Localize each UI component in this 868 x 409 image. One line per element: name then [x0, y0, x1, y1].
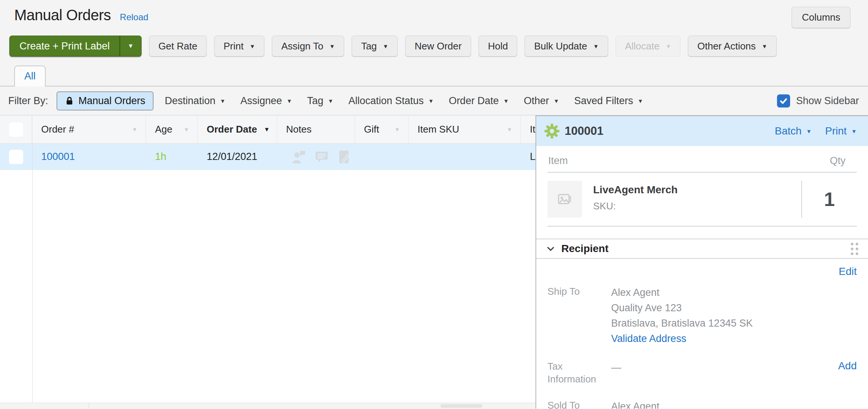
create-print-label-button[interactable]: Create + Print Label ▼: [9, 36, 142, 57]
scrollbar-thumb[interactable]: [440, 404, 482, 408]
gear-icon[interactable]: [544, 124, 559, 139]
frozen-column-divider: [32, 144, 33, 403]
scrollbar-divider: [89, 403, 89, 409]
caret-down-icon: ▼: [593, 43, 599, 49]
column-header-item-name[interactable]: Item Name: [521, 115, 535, 143]
item-qty-cell: 1: [801, 181, 857, 218]
tax-information-value: —: [611, 360, 621, 385]
internal-note-icon[interactable]: [337, 150, 351, 164]
caret-down-icon: ▼: [128, 43, 134, 49]
column-menu-icon[interactable]: ▼: [394, 126, 400, 133]
chevron-down-icon[interactable]: [546, 244, 555, 254]
other-actions-button[interactable]: Other Actions▼: [688, 36, 777, 57]
print-button[interactable]: Print▼: [214, 36, 264, 57]
new-order-button[interactable]: New Order: [405, 36, 471, 57]
caret-down-icon: ▼: [428, 98, 434, 104]
batch-menu[interactable]: Batch▼: [775, 125, 811, 137]
column-header-order-date[interactable]: Order Date▼: [198, 115, 277, 143]
caret-down-icon: ▼: [638, 98, 643, 104]
recipient-section-header[interactable]: Recipient: [536, 239, 868, 259]
column-menu-icon[interactable]: ▼: [183, 126, 189, 133]
cell-item-name: LiveAgent Merch: [521, 151, 535, 163]
qty-column-header: Qty: [830, 155, 846, 167]
caret-down-icon: ▼: [762, 43, 767, 49]
cell-age: 1h: [146, 151, 198, 163]
column-header-gift[interactable]: Gift▼: [355, 115, 409, 143]
drag-handle-icon[interactable]: [851, 243, 858, 255]
caret-down-icon: ▼: [330, 43, 335, 49]
caret-down-icon: ▼: [249, 43, 255, 49]
filter-tag[interactable]: Tag▼: [307, 95, 333, 107]
hold-button[interactable]: Hold: [479, 36, 517, 57]
bulk-update-button[interactable]: Bulk Update▼: [525, 36, 608, 57]
tab-all[interactable]: All: [14, 66, 46, 87]
column-header-age[interactable]: Age▼: [146, 115, 198, 143]
column-menu-icon[interactable]: ▼: [132, 126, 137, 133]
item-info: LiveAgent Merch SKU:: [593, 181, 678, 218]
assign-to-button[interactable]: Assign To▼: [272, 36, 344, 57]
caret-down-icon: ▼: [328, 98, 334, 104]
tag-button[interactable]: Tag▼: [352, 36, 398, 57]
orders-grid: Order #▼ Age▼ Order Date▼ Notes Gift▼ It…: [0, 115, 535, 409]
caret-down-icon: ▼: [286, 98, 292, 104]
edit-link[interactable]: Edit: [839, 266, 857, 277]
check-icon: [11, 124, 21, 135]
caret-down-icon: ▼: [665, 43, 671, 49]
order-number-link[interactable]: 100001: [41, 151, 75, 162]
add-link[interactable]: Add: [838, 360, 857, 372]
column-header-item-sku[interactable]: Item SKU▼: [409, 115, 521, 143]
sort-desc-icon[interactable]: ▼: [264, 126, 270, 133]
filter-allocation-status[interactable]: Allocation Status▼: [348, 95, 434, 107]
main-region: Order #▼ Age▼ Order Date▼ Notes Gift▼ It…: [0, 115, 868, 409]
row-checkbox[interactable]: [9, 150, 23, 164]
sidebar-order-number: 100001: [565, 124, 603, 138]
caret-down-icon: ▼: [503, 98, 509, 104]
locked-filter-manual-orders[interactable]: Manual Orders: [57, 91, 154, 110]
order-row-100001[interactable]: 100001 1h 12/01/2021 LiveAgent Merch: [0, 144, 535, 170]
item-qty-value: 1: [824, 188, 835, 210]
filter-assignee[interactable]: Assignee▼: [240, 95, 292, 107]
photo-icon: [556, 191, 573, 208]
sidebar-content: Item Qty LiveAgent Merch SKU: 1 Reci: [536, 155, 868, 409]
column-header-notes[interactable]: Notes: [277, 115, 355, 143]
select-all-cell: [0, 115, 32, 143]
validate-address-link[interactable]: Validate Address: [611, 331, 686, 346]
reload-link[interactable]: Reload: [120, 12, 148, 22]
tax-information-label: Tax Information: [547, 360, 611, 385]
caret-down-icon: ▼: [220, 98, 225, 104]
check-icon: [11, 152, 21, 162]
filter-destination[interactable]: Destination▼: [165, 95, 225, 107]
order-item-row: LiveAgent Merch SKU: 1: [547, 181, 857, 218]
print-menu[interactable]: Print▼: [825, 125, 857, 137]
create-print-label-label[interactable]: Create + Print Label: [10, 36, 119, 56]
column-menu-icon[interactable]: ▼: [507, 126, 512, 133]
filter-order-date[interactable]: Order Date▼: [449, 95, 509, 107]
tax-information-row: Tax Information — Add: [547, 360, 857, 385]
sidebar-header: 100001 Batch▼ Print▼: [536, 116, 868, 146]
item-column-header: Item: [548, 155, 568, 167]
grid-horizontal-scrollbar: [0, 403, 535, 409]
page-title: Manual Orders: [14, 7, 111, 24]
allocate-button: Allocate▼: [616, 36, 680, 57]
get-rate-button[interactable]: Get Rate: [149, 36, 207, 57]
title-bar: Manual Orders Reload Columns: [0, 0, 868, 28]
caret-down-icon: ▼: [553, 98, 559, 104]
select-all-checkbox[interactable]: [9, 122, 23, 137]
ship-to-value: Alex Agent Quality Ave 123 Bratislava, B…: [611, 285, 753, 346]
show-sidebar-label: Show Sidebar: [796, 95, 859, 107]
filter-other[interactable]: Other▼: [524, 95, 559, 107]
order-detail-sidebar: 100001 Batch▼ Print▼ Item Qty LiveAgent …: [535, 115, 868, 409]
ship-to-name: Alex Agent: [611, 285, 753, 300]
column-header-order-number[interactable]: Order #▼: [32, 115, 146, 143]
create-print-label-caret[interactable]: ▼: [119, 36, 141, 56]
note-to-buyer-icon[interactable]: [315, 150, 329, 164]
note-icons: [286, 150, 355, 164]
filter-saved-filters[interactable]: Saved Filters▼: [574, 95, 643, 107]
cell-order-date: 12/01/2021: [198, 151, 277, 163]
show-sidebar-checkbox[interactable]: [777, 94, 790, 107]
divider: [547, 172, 857, 173]
lock-icon: [65, 96, 74, 106]
columns-button[interactable]: Columns: [792, 7, 850, 28]
sold-to-row: Sold To Alex Agent: [547, 399, 857, 409]
buyer-note-icon[interactable]: [292, 150, 306, 164]
